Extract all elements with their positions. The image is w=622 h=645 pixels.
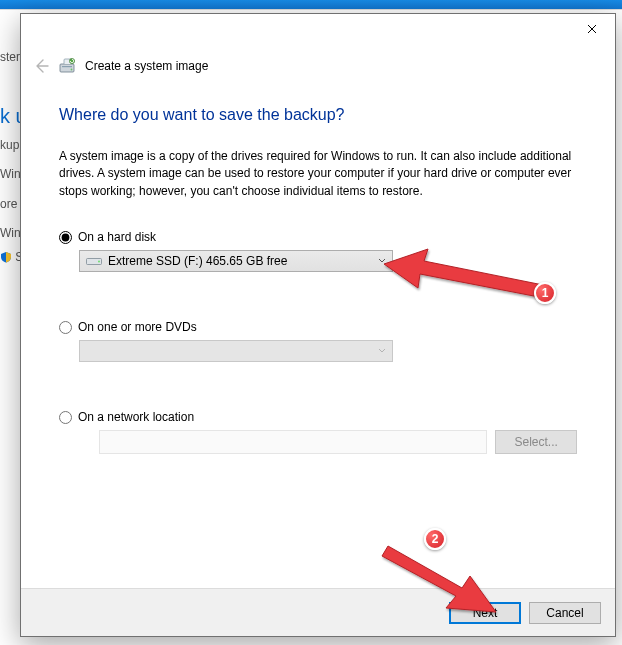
page-description: A system image is a copy of the drives r… bbox=[59, 148, 577, 200]
drive-dropdown[interactable]: Extreme SSD (F:) 465.65 GB free bbox=[79, 250, 393, 272]
wizard-header: Create a system image bbox=[31, 56, 208, 76]
background-browser-bar bbox=[0, 0, 622, 9]
svg-rect-1 bbox=[62, 66, 72, 67]
system-image-dialog: Create a system image Where do you want … bbox=[20, 13, 616, 637]
dialog-footer: Next Cancel bbox=[21, 588, 615, 636]
radio-network[interactable] bbox=[59, 411, 72, 424]
radio-network-row[interactable]: On a network location bbox=[59, 410, 577, 424]
dvd-dropdown bbox=[79, 340, 393, 362]
radio-dvds-label: On one or more DVDs bbox=[78, 320, 197, 334]
background-fragment: Win bbox=[0, 167, 20, 183]
chevron-down-icon bbox=[378, 258, 386, 264]
close-icon bbox=[587, 24, 597, 34]
option-hard-disk: On a hard disk Extreme SSD (F:) 465.65 G… bbox=[59, 230, 577, 272]
svg-point-2 bbox=[71, 69, 73, 71]
drive-dropdown-value: Extreme SSD (F:) 465.65 GB free bbox=[108, 254, 287, 268]
close-button[interactable] bbox=[569, 14, 615, 44]
radio-hard-disk-row[interactable]: On a hard disk bbox=[59, 230, 577, 244]
select-network-button: Select... bbox=[495, 430, 577, 454]
back-arrow-icon bbox=[33, 58, 49, 74]
back-button[interactable] bbox=[31, 56, 51, 76]
chevron-down-icon bbox=[378, 348, 386, 354]
background-fragment: S bbox=[0, 250, 20, 266]
background-fragment: ore bbox=[0, 197, 20, 213]
system-image-icon bbox=[59, 57, 77, 75]
dialog-title: Create a system image bbox=[85, 59, 208, 73]
background-left-fragments: sterkupWinoreWin S bbox=[0, 50, 20, 288]
option-network: On a network location Select... bbox=[59, 410, 577, 454]
network-path-input bbox=[99, 430, 487, 454]
radio-network-label: On a network location bbox=[78, 410, 194, 424]
background-fragment: kup bbox=[0, 138, 20, 154]
radio-dvds[interactable] bbox=[59, 321, 72, 334]
cancel-button[interactable]: Cancel bbox=[529, 602, 601, 624]
drive-icon bbox=[86, 256, 102, 266]
svg-rect-0 bbox=[60, 64, 74, 72]
svg-point-5 bbox=[98, 261, 100, 263]
radio-hard-disk-label: On a hard disk bbox=[78, 230, 156, 244]
radio-hard-disk[interactable] bbox=[59, 231, 72, 244]
background-fragment: Win bbox=[0, 226, 20, 242]
next-button[interactable]: Next bbox=[449, 602, 521, 624]
titlebar bbox=[21, 14, 615, 48]
page-heading: Where do you want to save the backup? bbox=[59, 106, 577, 124]
radio-dvds-row[interactable]: On one or more DVDs bbox=[59, 320, 577, 334]
option-dvds: On one or more DVDs bbox=[59, 320, 577, 362]
background-fragment: ster bbox=[0, 50, 20, 66]
